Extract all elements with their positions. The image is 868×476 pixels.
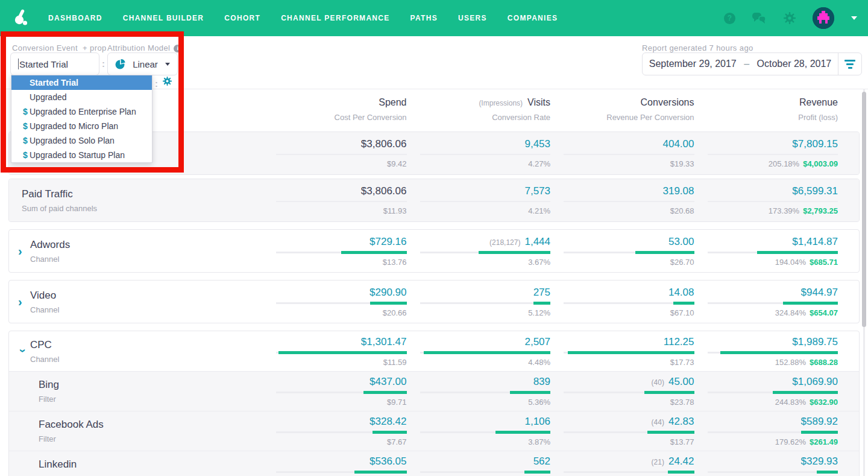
metric-value[interactable]: $437.00 — [370, 376, 406, 387]
metric-bottom: $23.78 — [670, 398, 694, 406]
metric-value[interactable]: $290.90 — [370, 287, 406, 297]
metric-value[interactable]: $1,301.47 — [361, 337, 407, 347]
table-row[interactable]: Paid TrafficSum of paid channels$3,806.0… — [9, 179, 859, 221]
metric-value[interactable]: $944.97 — [801, 287, 838, 297]
metric-value[interactable]: 404.00 — [663, 139, 694, 149]
add-prop-button[interactable]: + prop — [83, 43, 107, 52]
metric-cell: $3,806.06$9.42 — [263, 132, 407, 174]
metric-bar-fill — [817, 471, 838, 474]
metric-bar — [276, 302, 407, 304]
header-visits: (Impressions)Visits Conversion Rate — [407, 97, 551, 122]
metric-top: $290.90 — [370, 287, 406, 297]
conversion-event-option[interactable]: Started Trial — [11, 75, 152, 90]
metric-value[interactable]: $1,414.87 — [792, 236, 838, 247]
table-row[interactable]: BingFilter$437.00$9.718395.36%(40)45.00$… — [9, 371, 859, 411]
metric-value[interactable]: $7,809.15 — [792, 139, 838, 149]
row-cells: $536.05$21.955624.34%(21)24.42$13.51$329… — [263, 451, 838, 476]
metric-subvalue: 244.83% — [775, 398, 806, 406]
conversion-event-option[interactable]: Upgraded — [11, 90, 152, 104]
nav-item-companies[interactable]: COMPANIES — [508, 14, 558, 22]
metric-value[interactable]: 275 — [533, 287, 550, 297]
event-settings-gear-icon[interactable] — [163, 77, 172, 88]
chevron-right-icon[interactable]: › — [18, 296, 29, 308]
row-subtitle: Channel — [30, 255, 70, 264]
report-generated-label: Report generated 7 hours ago — [642, 43, 753, 52]
metric-value[interactable]: $1,989.75 — [792, 337, 838, 347]
scrollbar-thumb[interactable] — [862, 92, 866, 327]
metric-value[interactable]: 24.42 — [668, 456, 694, 466]
metric-value[interactable]: 9,453 — [524, 139, 550, 149]
profit-value: $261.49 — [810, 438, 838, 446]
metric-value[interactable]: 2,507 — [524, 337, 550, 347]
secondary-value: (218,127) — [489, 239, 520, 246]
nav-item-users[interactable]: USERS — [458, 14, 487, 22]
metric-value[interactable]: $329.93 — [801, 456, 838, 466]
dollar-icon: $ — [23, 136, 28, 145]
conversion-event-option[interactable]: $Upgraded to Startup Plan — [11, 148, 152, 162]
filter-icon[interactable] — [838, 60, 861, 69]
chevron-down-icon[interactable]: › — [17, 349, 30, 360]
metric-bar — [708, 154, 838, 155]
metric-value[interactable]: $1,069.90 — [792, 376, 838, 387]
attribution-model-select[interactable]: Linear — [107, 52, 178, 75]
chevron-down-icon[interactable] — [851, 16, 857, 20]
metric-value[interactable]: 7,573 — [524, 186, 550, 196]
metric-value[interactable]: $328.42 — [370, 416, 406, 427]
metric-bar — [564, 252, 694, 253]
metric-value[interactable]: $589.92 — [801, 416, 838, 427]
metric-bar — [708, 392, 838, 393]
metric-value[interactable]: 1,106 — [524, 416, 550, 427]
metric-value[interactable]: 14.08 — [668, 287, 694, 297]
table-row[interactable]: ›AdwordsChannel$729.16$13.76(218,127)1,4… — [9, 230, 859, 272]
metric-value[interactable]: $729.16 — [370, 236, 406, 247]
nav-item-cohort[interactable]: COHORT — [224, 14, 260, 22]
conversion-event-option[interactable]: $Upgraded to Enterprise Plan — [11, 104, 152, 119]
metric-value[interactable]: 839 — [533, 376, 550, 387]
metric-subvalue: $9.71 — [387, 398, 407, 406]
row-title: Adwords — [30, 239, 70, 251]
messages-icon[interactable] — [752, 12, 767, 24]
metric-cell: 404.00$19.33 — [550, 132, 694, 174]
metric-value[interactable]: 562 — [533, 456, 550, 466]
metric-value[interactable]: 45.00 — [668, 376, 694, 387]
conversion-event-option[interactable]: $Upgraded to Solo Plan — [11, 133, 152, 148]
nav-item-paths[interactable]: PATHS — [410, 14, 438, 22]
metric-subvalue: $13.77 — [670, 438, 694, 446]
avatar[interactable] — [813, 7, 834, 29]
metric-subvalue: $13.76 — [383, 258, 407, 266]
row-cells: $1,301.47$11.592,5074.48%112.25$17.73$1,… — [263, 331, 838, 371]
metric-top: $437.00 — [370, 376, 406, 387]
metric-subvalue: 324.84% — [775, 309, 806, 317]
nav-item-dashboard[interactable]: DASHBOARD — [48, 14, 102, 22]
metric-value[interactable]: $6,599.31 — [792, 186, 838, 196]
conversion-event-option[interactable]: $Upgraded to Micro Plan — [11, 119, 152, 133]
metric-value[interactable]: 319.08 — [663, 186, 694, 196]
metric-value[interactable]: 1,444 — [524, 236, 550, 247]
separator-colon: : — [102, 59, 105, 69]
date-range-picker[interactable]: September 29, 2017 – October 28, 2017 — [642, 52, 862, 75]
nav-item-channel-builder[interactable]: CHANNEL BUILDER — [123, 14, 204, 22]
metric-value[interactable]: 53.00 — [668, 236, 694, 247]
nav-item-channel-performance[interactable]: CHANNEL PERFORMANCE — [281, 14, 389, 22]
metric-cell: $1,414.87194.04%$685.71 — [694, 230, 838, 272]
metric-bottom: $13.77 — [670, 438, 694, 446]
settings-icon[interactable] — [784, 12, 796, 24]
app-logo[interactable] — [13, 9, 30, 27]
help-icon[interactable]: ? — [724, 13, 735, 24]
table-row[interactable]: ›CPCChannel$1,301.47$11.592,5074.48%112.… — [9, 331, 859, 371]
table-row[interactable]: ›VideoChannel$290.90$20.662755.12%14.08$… — [9, 281, 859, 323]
metric-value[interactable]: $536.05 — [370, 456, 406, 466]
chevron-right-icon[interactable]: › — [18, 245, 29, 257]
info-icon[interactable]: i — [174, 45, 181, 52]
metric-bar — [420, 352, 551, 354]
table-row[interactable]: Facebook AdsFilter$328.42$7.671,1063.87%… — [9, 411, 859, 451]
metric-bar — [276, 431, 407, 433]
table-row[interactable]: LinkedinFilter$536.05$21.955624.34%(21)2… — [9, 451, 859, 476]
metric-value[interactable]: 42.83 — [668, 416, 694, 427]
metric-cell: 9,4534.27% — [407, 132, 551, 174]
dollar-icon: $ — [23, 150, 28, 160]
metric-top: $3,806.06 — [361, 186, 407, 196]
top-nav: DASHBOARD CHANNEL BUILDER COHORT CHANNEL… — [0, 0, 868, 36]
conversion-event-input[interactable]: Started Trial — [10, 52, 99, 75]
metric-value[interactable]: 112.25 — [664, 337, 694, 347]
